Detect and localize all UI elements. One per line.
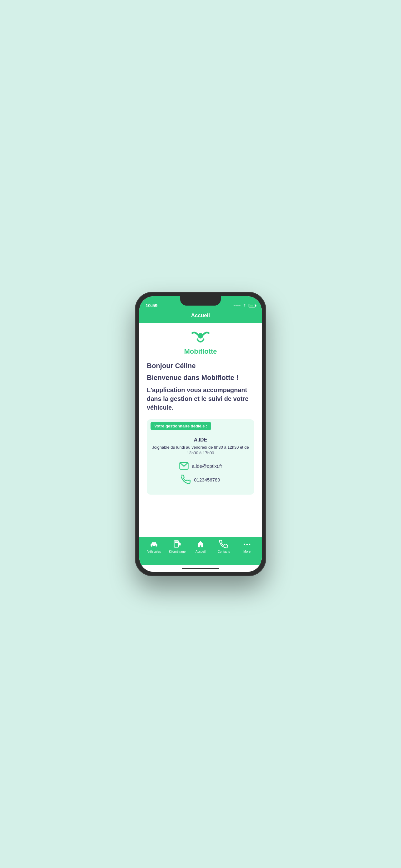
phone-row[interactable]: 0123456789 — [152, 475, 249, 485]
nav-item-vehicules[interactable]: Véhicules — [142, 540, 166, 553]
wifi-icon — [242, 303, 247, 308]
description-text: L'application vous accompagnant dans la … — [147, 385, 254, 412]
phone-text: 0123456789 — [194, 477, 220, 483]
bottom-nav: Véhicules Kilométrage Accueil — [139, 537, 262, 565]
logo-area: Mobiflotte — [147, 331, 254, 355]
nav-item-contacts[interactable]: Contacts — [212, 540, 235, 553]
manager-section: Votre gestionnaire dédié.e : A.IDE Joign… — [147, 419, 254, 495]
car-icon — [149, 540, 158, 549]
home-bar — [182, 568, 219, 569]
mobiflotte-logo-icon — [190, 331, 211, 346]
nav-item-more[interactable]: More — [235, 540, 259, 553]
nav-label-more: More — [243, 550, 250, 553]
phone-frame: 10:59 Accueil — [135, 292, 266, 576]
fuel-icon — [173, 540, 182, 549]
nav-item-accueil[interactable]: Accueil — [189, 540, 212, 553]
manager-hours: Joignable du lundi au vendredi de 8h30 à… — [152, 445, 249, 456]
battery-icon — [248, 304, 256, 307]
more-dots-icon — [243, 540, 252, 549]
nav-label-kilometrage: Kilométrage — [169, 550, 186, 553]
nav-label-contacts: Contacts — [218, 550, 230, 553]
status-icons — [234, 303, 256, 308]
content-area: Mobiflotte Bonjour Céline Bienvenue dans… — [139, 323, 262, 537]
page-title: Accueil — [191, 312, 210, 318]
phone-screen: 10:59 Accueil — [139, 296, 262, 572]
email-text: a.ide@optixt.fr — [192, 463, 222, 469]
welcome-text: Bienvenue dans Mobiflotte ! — [147, 374, 254, 382]
logo-text: Mobiflotte — [184, 347, 217, 355]
svg-point-0 — [198, 333, 203, 339]
manager-name: A.IDE — [152, 437, 249, 443]
home-icon — [196, 540, 205, 549]
signal-icon — [234, 305, 240, 306]
svg-point-4 — [244, 544, 245, 545]
status-time: 10:59 — [145, 303, 157, 308]
phone-icon — [181, 475, 191, 485]
email-icon — [179, 461, 189, 471]
manager-label: Votre gestionnaire dédié.e : — [152, 424, 249, 437]
nav-header: Accueil — [139, 310, 262, 323]
phone-notch — [180, 296, 221, 306]
svg-point-5 — [246, 544, 248, 545]
nav-label-accueil: Accueil — [196, 550, 205, 553]
nav-label-vehicules: Véhicules — [147, 550, 161, 553]
email-row[interactable]: a.ide@optixt.fr — [152, 461, 249, 471]
contacts-phone-icon — [219, 540, 228, 549]
greeting-text: Bonjour Céline — [147, 362, 254, 370]
home-indicator — [139, 565, 262, 572]
svg-point-6 — [249, 544, 250, 545]
nav-item-kilometrage[interactable]: Kilométrage — [166, 540, 189, 553]
svg-rect-3 — [175, 541, 177, 543]
